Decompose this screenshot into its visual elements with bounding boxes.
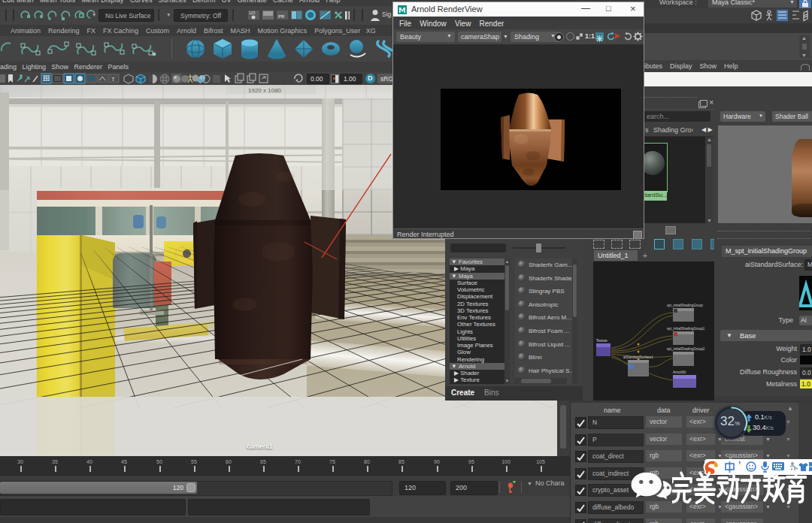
svg-text:123: 123 — [249, 11, 256, 15]
svg-text:T: T — [111, 76, 115, 83]
svg-text:PR: PR — [278, 14, 285, 19]
